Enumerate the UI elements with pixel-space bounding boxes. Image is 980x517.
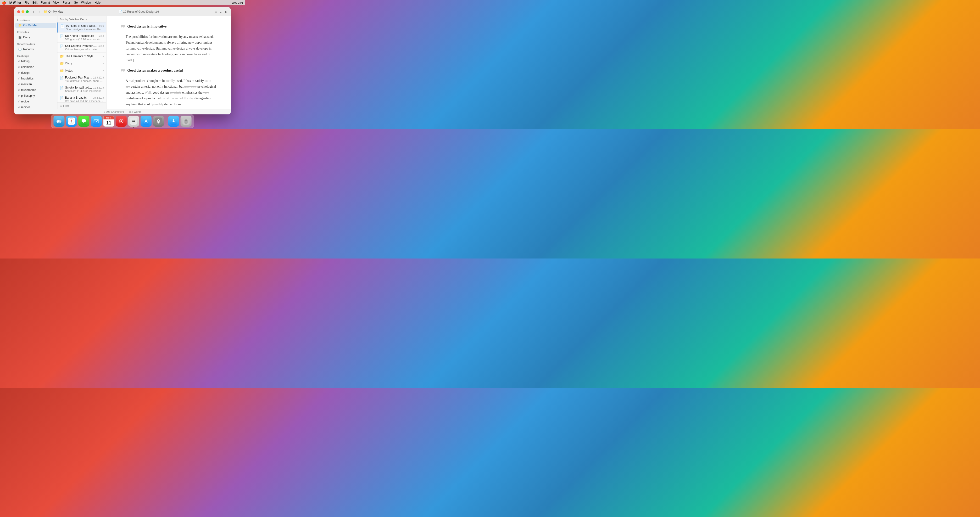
minimize-button[interactable] [22, 10, 24, 13]
file-name-focaccia: No-Knead Focaccia.txt [65, 34, 94, 38]
doc-icon-saltcrusted: 📄 [60, 45, 64, 51]
dock-item-music[interactable] [116, 116, 127, 127]
svg-point-20 [121, 121, 121, 121]
dock-item-calendar[interactable]: NOV 11 [103, 116, 115, 127]
folder-item-diary[interactable]: 📁 Diary › [57, 60, 106, 67]
folder-icon: 📁 [43, 10, 48, 13]
sidebar-item-philosophy[interactable]: # philosophy [15, 93, 56, 98]
folder-blue-icon-notes: 📁 [60, 69, 64, 72]
file-preview-banana: We have all had the experience of gettin… [65, 100, 104, 102]
menubar-right: Wed 0.01 [232, 1, 243, 4]
folder-label: 📁 On My Mac [43, 10, 63, 13]
menu-go[interactable]: Go [74, 1, 78, 4]
dock-dot-iawriter [133, 127, 134, 128]
folder-arrow-diary: › [103, 62, 104, 65]
dock-item-iawriter[interactable]: iA [128, 116, 139, 127]
hashtag-label-design: design [21, 71, 29, 75]
calendar-month: NOV [103, 116, 115, 120]
svg-point-27 [158, 121, 159, 121]
dock-item-mail[interactable] [91, 116, 102, 127]
dock-item-finder[interactable] [54, 116, 65, 127]
messages-icon [80, 118, 88, 125]
doc-icon-banana: 📄 [60, 96, 64, 102]
file-item-banana[interactable]: 📄 Banana Bread.txt 10.2.2019 We have all… [57, 94, 106, 102]
menubar-left: 🍎 iA Writer File Edit Format View Focus … [2, 1, 100, 5]
file-item-saltcrusted[interactable]: 📄 Salt-Crusted Potatoes.txt 23.58 Colomb… [57, 43, 106, 53]
dock-item-settings[interactable] [153, 116, 164, 127]
menubar-time: Wed 0.01 [232, 1, 243, 4]
folder-item-elements[interactable]: 📁 The Elements of Style › [57, 53, 106, 60]
file-item-active[interactable]: 📄 10 Rules of Good Design.txt 0.00 Good … [57, 22, 106, 33]
sidebar-item-mexican[interactable]: # mexican [15, 81, 56, 87]
diary-icon: 📓 [18, 36, 22, 39]
forward-button[interactable]: › [37, 10, 41, 14]
heading-useful: ## Good design makes a product useful [121, 69, 183, 72]
file-date-banana: 10.2.2019 [93, 96, 104, 99]
svg-point-13 [82, 119, 86, 122]
back-button[interactable]: ‹ [31, 10, 36, 14]
folder-blue-icon-diary: 📁 [60, 62, 64, 65]
dock-item-safari[interactable] [66, 116, 77, 127]
sidebar-item-onmymac[interactable]: 📁 On My Mac [15, 23, 56, 28]
sidebar-item-recents[interactable]: 🕐 Recents [15, 47, 56, 52]
maximize-button[interactable] [26, 10, 29, 13]
play-button[interactable]: ▶ [224, 10, 228, 14]
menu-file[interactable]: File [24, 1, 29, 4]
sidebar-item-colombian[interactable]: # colombian [15, 64, 56, 70]
sidebar-item-linguistics[interactable]: # linguistics [15, 76, 56, 81]
hashtag-label-baking: baking [21, 60, 29, 63]
sidebar-item-design[interactable]: # design [15, 70, 56, 75]
file-date-saltcrusted: 23.58 [98, 45, 104, 47]
file-preview-active: Good design is innovative The possibilit… [66, 28, 104, 30]
dock-item-messages[interactable] [78, 116, 89, 127]
doc-icon-active: 📄 [60, 24, 64, 30]
file-date-focaccia: 23.58 [98, 35, 104, 37]
heading-prefix-useful: ## [121, 68, 127, 72]
file-preview-focaccia: 500 grams (17 1/2 ounces, about 3 1/4 cu… [65, 38, 104, 41]
sidebar-item-diary[interactable]: 📓 Diary [15, 35, 56, 40]
file-item-content-salsa: Smoky Tomatil...otle Salsa.txt 11.2.2019… [65, 86, 104, 93]
menu-edit[interactable]: Edit [33, 1, 38, 4]
file-list-content: 📄 10 Rules of Good Design.txt 0.00 Good … [57, 22, 106, 102]
hashtag-label-philosophy: philosophy [21, 94, 35, 97]
sidebar-onmymac-label: On My Mac [23, 24, 38, 27]
menu-view[interactable]: View [53, 1, 59, 4]
para-innovative: The possibilities for innovation are not… [126, 34, 216, 64]
traffic-lights [17, 10, 29, 13]
dock-item-trash[interactable] [181, 116, 192, 127]
hashtag-icon-recipe: # [18, 100, 20, 103]
file-item-content-active: 10 Rules of Good Design.txt 0.00 Good de… [66, 24, 104, 30]
dock-item-appstore[interactable]: A [141, 116, 152, 127]
sidebar-item-recipes[interactable]: # recipes [15, 105, 56, 109]
sidebar-item-mushrooms[interactable]: # mushrooms [15, 87, 56, 93]
file-item-salsa[interactable]: 📄 Smoky Tomatil...otle Salsa.txt 11.2.20… [57, 84, 106, 94]
file-item-focaccia[interactable]: 📄 No-Knead Focaccia.txt 23.58 500 grams … [57, 33, 106, 43]
strike-very1: very [203, 91, 209, 94]
svg-point-3 [57, 121, 58, 121]
heading-prefix: ## [121, 24, 127, 29]
file-item-pizza[interactable]: 📄 Foolproof Pan Pizza.txt 22.9.2019 400 … [57, 74, 106, 84]
section-innovative: ## Good design is innovative [121, 24, 216, 30]
apple-menu[interactable]: 🍎 [2, 1, 6, 5]
file-item-content-saltcrusted: Salt-Crusted Potatoes.txt 23.58 Colombia… [65, 44, 104, 51]
menu-help[interactable]: Help [95, 1, 101, 4]
dock-item-downloads[interactable] [168, 116, 179, 127]
menu-window[interactable]: Window [81, 1, 91, 4]
sort-header[interactable]: Sort by Date Modified ▾ [57, 16, 106, 22]
editor[interactable]: ## Good design is innovative The possibi… [107, 16, 231, 109]
folder-blue-icon-elements: 📁 [60, 54, 64, 58]
menu-format[interactable]: Format [41, 1, 50, 4]
folder-item-notes[interactable]: 📁 Notes › [57, 67, 106, 74]
sidebar-item-recipe[interactable]: # recipe [15, 99, 56, 104]
filter-footer[interactable]: ◎ Filter [57, 102, 106, 109]
chevron-button[interactable]: ⌄ [219, 10, 223, 14]
close-button[interactable] [17, 10, 20, 13]
list-view-button[interactable]: ≡ [215, 10, 218, 14]
hashtag-label-recipe: recipe [21, 100, 29, 103]
faded-possibly: possibly [153, 102, 164, 106]
menu-focus[interactable]: Focus [63, 1, 71, 4]
app-menu-iawriter[interactable]: iA Writer [10, 1, 21, 4]
file-name-saltcrusted: Salt-Crusted Potatoes.txt [65, 44, 97, 48]
titlebar-center: 📄 10 Rules of Good Design.txt [63, 10, 215, 13]
sidebar-item-baking[interactable]: # baking [15, 59, 56, 64]
